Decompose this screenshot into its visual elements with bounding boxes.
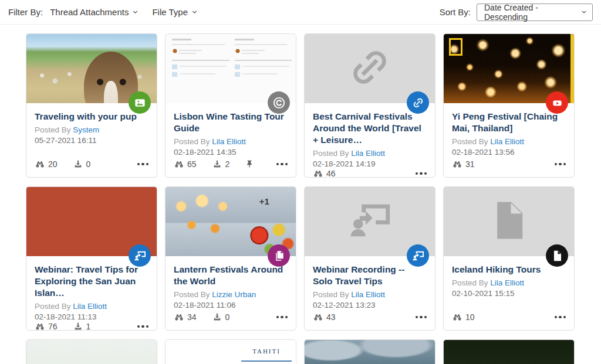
views-count: 65: [187, 159, 197, 169]
file-card[interactable]: +1 Lantern Festivals Around the World Po…: [165, 186, 296, 331]
posted-by-line: Posted By Lila Elliott: [313, 290, 427, 299]
filter-thread-attachments[interactable]: Thread Attachments: [50, 7, 139, 17]
image-badge: [129, 91, 151, 114]
downloads-count: 1: [86, 322, 91, 331]
more-options-menu[interactable]: [276, 161, 288, 168]
card-footer: 20 0: [26, 159, 157, 177]
author-link[interactable]: Lila Elliott: [73, 302, 107, 311]
more-options-menu[interactable]: [137, 161, 149, 168]
downloads-stat: 0: [73, 159, 91, 169]
views-count: 46: [326, 169, 336, 178]
download-icon: [73, 159, 83, 169]
views-stat: 46: [313, 168, 336, 179]
views-count: 34: [187, 312, 197, 322]
posted-by-label: Posted By: [452, 137, 490, 146]
posted-by-label: Posted By: [452, 278, 490, 287]
filter-thread-attachments-label: Thread Attachments: [50, 7, 129, 17]
posted-date: 02-10-2021 15:15: [452, 289, 566, 298]
views-stat: 34: [174, 312, 197, 322]
card-grid: Traveling with your pup Posted By System…: [0, 25, 601, 364]
file-card[interactable]: Yi Peng Festival [Chaing Mai, Thailand] …: [443, 33, 575, 178]
posted-by-label: Posted By: [313, 290, 351, 299]
binoculars-views-icon: [313, 168, 323, 179]
more-options-menu[interactable]: [555, 314, 566, 321]
card-footer: 34 0: [166, 312, 296, 330]
copy-badge: [268, 244, 290, 267]
posted-by-line: Posted By Lila Elliott: [174, 137, 288, 146]
file-card[interactable]: [26, 339, 157, 364]
file-card[interactable]: Webinar: Travel Tips for Exploring the S…: [26, 186, 157, 331]
card-title[interactable]: Traveling with your pup: [35, 111, 148, 123]
posted-by-label: Posted By: [35, 302, 73, 311]
pin-icon: [245, 159, 254, 169]
views-count: 20: [48, 159, 58, 169]
posted-by-line: Posted By Lila Elliott: [313, 149, 427, 158]
filter-by-label: Filter By:: [8, 7, 43, 17]
author-link[interactable]: Lila Elliott: [490, 278, 524, 287]
lake-mountains-thumbnail[interactable]: [305, 340, 435, 364]
binoculars-views-icon: [174, 159, 184, 169]
file-card[interactable]: Iceland Hiking Tours Posted By Lila Elli…: [443, 186, 575, 331]
sort-by-label: Sort By:: [440, 7, 471, 17]
card-title[interactable]: Best Carnival Festivals Around the World…: [313, 111, 427, 146]
downloads-count: 0: [86, 159, 91, 169]
file-card[interactable]: Webinar Recording -- Solo Travel Tips Po…: [304, 186, 435, 331]
tahiti-thumbnail[interactable]: TAHITI: [166, 340, 296, 364]
views-count: 31: [465, 159, 475, 169]
downloads-count: 0: [225, 312, 230, 322]
file-card[interactable]: Traveling with your pup Posted By System…: [26, 33, 157, 178]
card-title[interactable]: Iceland Hiking Tours: [452, 264, 566, 275]
card-footer: 43: [305, 312, 435, 330]
card-title[interactable]: Yi Peng Festival [Chaing Mai, Thailand]: [452, 111, 566, 134]
more-options-menu[interactable]: [555, 161, 566, 168]
binoculars-views-icon: [35, 321, 45, 332]
more-options-menu[interactable]: [416, 314, 427, 321]
binoculars-views-icon: [452, 312, 462, 322]
views-stat: 10: [452, 312, 475, 322]
card-title[interactable]: Lantern Festivals Around the World: [174, 264, 288, 287]
author-link[interactable]: Lila Elliott: [490, 137, 524, 146]
author-link[interactable]: Lizzie Urban: [212, 290, 256, 299]
binoculars-views-icon: [452, 159, 462, 169]
more-options-menu[interactable]: [416, 170, 427, 178]
author-link[interactable]: Lila Elliott: [212, 137, 246, 146]
file-card[interactable]: [443, 339, 575, 364]
posted-by-label: Posted By: [35, 125, 73, 134]
posted-date: 02-18-2021 11:06: [174, 301, 288, 309]
views-stat: 76: [35, 321, 58, 332]
copyright-badge: [268, 91, 290, 114]
views-count: 76: [48, 322, 58, 331]
posted-by-line: Posted By Lila Elliott: [452, 278, 566, 287]
chevron-down-icon: [580, 8, 588, 16]
posted-date: 02-18-2021 11:13: [35, 312, 148, 321]
link-badge: [407, 91, 429, 114]
card-footer: 65 2: [166, 159, 296, 177]
file-card[interactable]: [304, 339, 435, 364]
card-title[interactable]: Lisbon Wine Tasting Tour Guide: [174, 111, 288, 134]
posted-by-label: Posted By: [313, 149, 351, 158]
person-dark-thumbnail[interactable]: [444, 340, 574, 364]
chevron-down-icon: [191, 8, 198, 16]
thumbnail-overlay-text: +1: [259, 196, 269, 206]
card-title[interactable]: Webinar: Travel Tips for Exploring the S…: [35, 264, 148, 299]
card-footer: 31: [444, 159, 574, 177]
downloads-count: 2: [225, 159, 230, 169]
sort-select[interactable]: Date Created - Descending: [477, 4, 593, 21]
views-count: 43: [326, 312, 336, 322]
card-title[interactable]: Webinar Recording -- Solo Travel Tips: [313, 264, 427, 287]
file-card[interactable]: Lisbon Wine Tasting Tour Guide Posted By…: [165, 33, 296, 178]
more-options-menu[interactable]: [276, 314, 288, 321]
author-link[interactable]: System: [73, 125, 99, 134]
posted-date: 02-12-2021 13:23: [313, 301, 427, 309]
webinar-badge: [407, 244, 429, 267]
author-link[interactable]: Lila Elliott: [351, 149, 385, 158]
waterfall-thumbnail[interactable]: [26, 340, 157, 364]
file-card[interactable]: Best Carnival Festivals Around the World…: [304, 33, 435, 178]
more-options-menu[interactable]: [137, 323, 149, 331]
author-link[interactable]: Lila Elliott: [351, 290, 385, 299]
binoculars-views-icon: [313, 312, 323, 322]
file-card[interactable]: TAHITI: [165, 339, 296, 364]
card-footer: 76 1: [26, 321, 157, 339]
filter-file-type[interactable]: File Type: [152, 7, 198, 17]
posted-by-label: Posted By: [174, 290, 212, 299]
